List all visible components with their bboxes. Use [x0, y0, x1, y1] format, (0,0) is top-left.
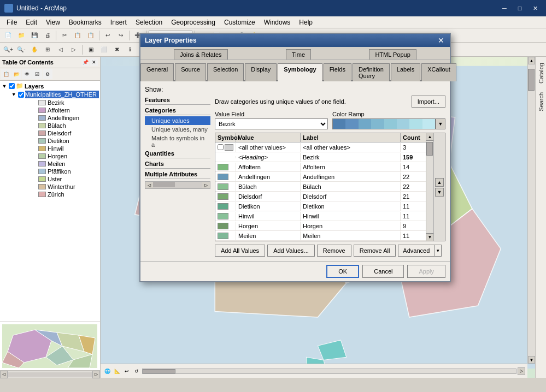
swatch-dietikon — [218, 203, 228, 210]
categories-title: Categories — [145, 106, 210, 115]
row-value-dielsdorf: Dielsdorf — [236, 192, 301, 201]
apply-btn[interactable]: Apply — [407, 265, 445, 278]
layer-properties-dialog: Layer Properties ✕ Joins & Relates Time … — [139, 33, 451, 282]
tab-selection[interactable]: Selection — [207, 63, 244, 81]
add-all-values-btn[interactable]: Add All Values — [215, 245, 265, 257]
features-scroll-left[interactable]: ◁ — [145, 182, 153, 188]
row-count-dietikon: 11 — [401, 202, 426, 211]
add-values-btn[interactable]: Add Values... — [267, 245, 315, 257]
color-ramp-col: Color Ramp — [332, 111, 445, 129]
remove-all-btn[interactable]: Remove All — [354, 245, 396, 257]
table-row-heading[interactable]: <Heading> Bezirk 159 — [215, 152, 426, 162]
tab-html-popup[interactable]: HTML Popup — [369, 49, 416, 60]
row-label-heading: Bezirk — [301, 153, 401, 162]
row-count-dielsdorf: 21 — [401, 192, 426, 201]
value-field-col: Value Field Bezirk — [215, 111, 328, 129]
table-row-meilen[interactable]: Meilen Meilen 11 — [215, 231, 426, 241]
row-value-affoltern: Affoltern — [236, 163, 301, 171]
ramp-seg-3 — [359, 119, 371, 129]
row-label-buelach: Bülach — [301, 182, 401, 191]
row-value-other: <all other values> — [236, 143, 301, 152]
row-symbol-heading — [215, 156, 236, 158]
color-ramp-display — [332, 118, 436, 129]
charts-title: Charts — [145, 159, 210, 169]
cancel-btn[interactable]: Cancel — [362, 265, 404, 278]
advanced-btn-main[interactable]: Advanced — [398, 245, 434, 257]
table-vscrollbar: ▲ ▼ — [426, 133, 433, 241]
tab-symbology[interactable]: Symbology — [278, 63, 322, 81]
table-row-andelfingen[interactable]: Andelfingen Andelfingen 22 — [215, 172, 426, 182]
value-field-label: Value Field — [215, 111, 328, 117]
th-symbol: Symbol — [215, 133, 236, 142]
value-table: Symbol Value Label Count — [215, 133, 426, 241]
multiple-attributes-title: Multiple Attributes — [145, 170, 210, 179]
row-symbol-affoltern — [215, 163, 236, 171]
swatch-affoltern — [218, 164, 228, 170]
remove-btn[interactable]: Remove — [317, 245, 351, 257]
value-field-select[interactable]: Bezirk — [215, 118, 328, 129]
table-header: Symbol Value Label Count — [215, 133, 426, 142]
tab-joins-relates[interactable]: Joins & Relates — [174, 49, 227, 60]
advanced-btn-arrow[interactable]: ▼ — [434, 245, 442, 257]
table-row-dielsdorf[interactable]: Dielsdorf Dielsdorf 21 — [215, 192, 426, 201]
dialog-title: Layer Properties — [145, 37, 197, 44]
dialog-footer: OK Cancel Apply — [140, 261, 450, 281]
tab-time[interactable]: Time — [286, 49, 311, 60]
features-match-symbols[interactable]: Match to symbols in a — [145, 134, 210, 149]
row-label-andelfingen: Andelfingen — [301, 173, 401, 181]
table-row-dietikon[interactable]: Dietikon Dietikon 11 — [215, 201, 426, 211]
row-value-buelach: Bülach — [236, 182, 301, 191]
table-scroll-down[interactable]: ▼ — [426, 233, 433, 241]
table-row-affoltern[interactable]: Affoltern Affoltern 14 — [215, 162, 426, 172]
table-move-down[interactable]: ▼ — [435, 188, 444, 197]
row-symbol-buelach — [215, 182, 236, 191]
row-swatch-other — [225, 144, 233, 151]
table-scroll-thumb[interactable] — [426, 142, 433, 156]
row-symbol-andelfingen — [215, 173, 236, 181]
ramp-seg-5 — [384, 119, 397, 129]
row-count-hinwil: 11 — [401, 212, 426, 221]
show-text: Show: — [145, 86, 163, 93]
table-move-btns: ▲ ▼ — [433, 133, 445, 241]
table-scroll-up[interactable]: ▲ — [426, 133, 433, 141]
tab-fields[interactable]: Fields — [324, 63, 351, 81]
import-btn[interactable]: Import... — [412, 96, 445, 108]
quantities-title: Quantities — [145, 149, 210, 158]
features-scroll-track — [153, 182, 202, 188]
row-symbol-horgen — [215, 222, 236, 230]
tab-xcallout[interactable]: XCallout — [421, 63, 456, 81]
color-ramp-arrow[interactable]: ▼ — [436, 118, 445, 129]
row-label-other: <all other values> — [301, 143, 401, 152]
tab-source[interactable]: Source — [175, 63, 206, 81]
th-label: Label — [301, 133, 401, 142]
row-value-meilen: Meilen — [236, 231, 301, 240]
dialog-tabs-row2: General Source Selection Display Symbolo… — [140, 60, 450, 81]
row-value-heading: <Heading> — [236, 153, 301, 162]
features-scroll-thumb[interactable] — [153, 182, 175, 187]
table-row-hinwil[interactable]: Hinwil Hinwil 11 — [215, 211, 426, 221]
dialog-close-btn[interactable]: ✕ — [437, 37, 445, 44]
table-row-horgen[interactable]: Horgen Horgen 9 — [215, 221, 426, 231]
row-checkbox-other[interactable] — [218, 144, 224, 150]
advanced-split-btn: Advanced ▼ — [398, 245, 442, 257]
dialog-body: Features Categories Unique values Unique… — [145, 96, 445, 257]
tab-labels[interactable]: Labels — [391, 63, 420, 81]
features-scroll-right[interactable]: ▷ — [202, 182, 210, 188]
tab-definition-query[interactable]: Definition Query — [353, 63, 390, 81]
tab-general[interactable]: General — [140, 63, 174, 81]
field-ramp-row: Value Field Bezirk Color Ramp — [215, 111, 445, 129]
draw-desc: Draw categories using unique values of o… — [215, 98, 346, 105]
ok-btn[interactable]: OK — [326, 265, 359, 278]
table-row-buelach[interactable]: Bülach Bülach 22 — [215, 182, 426, 192]
table-row-all-other[interactable]: <all other values> <all other values> 3 — [215, 142, 426, 152]
features-unique-values[interactable]: Unique values — [145, 116, 210, 125]
tab-display[interactable]: Display — [245, 63, 277, 81]
features-title: Features — [145, 96, 210, 105]
value-field-combo-wrapper: Bezirk — [215, 118, 328, 129]
row-count-horgen: 9 — [401, 222, 426, 230]
features-unique-values-many[interactable]: Unique values, many — [145, 125, 210, 134]
row-count-meilen: 11 — [401, 231, 426, 240]
ramp-seg-8 — [422, 119, 435, 129]
ramp-seg-4 — [371, 119, 384, 129]
table-move-up[interactable]: ▲ — [435, 178, 444, 187]
